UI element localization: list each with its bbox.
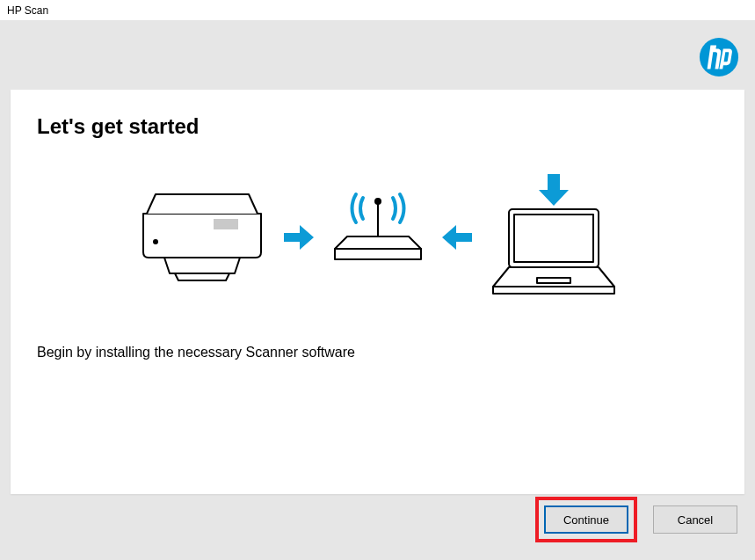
printer-icon <box>136 187 268 287</box>
arrow-left-icon <box>442 225 472 250</box>
window-title: HP Scan <box>7 4 48 17</box>
setup-illustration <box>132 174 624 301</box>
laptop-icon <box>488 174 620 301</box>
svg-rect-7 <box>514 215 593 262</box>
svg-point-4 <box>375 199 381 204</box>
instruction-text: Begin by installing the necessary Scanne… <box>37 345 718 360</box>
cancel-button[interactable]: Cancel <box>653 505 737 534</box>
svg-rect-9 <box>537 278 570 283</box>
continue-button[interactable]: Continue <box>544 505 628 534</box>
content-card: Let's get started <box>11 90 744 494</box>
hp-logo-icon <box>699 37 739 77</box>
svg-rect-1 <box>214 219 238 229</box>
svg-point-2 <box>153 239 158 244</box>
svg-rect-5 <box>335 249 421 259</box>
wifi-router-icon <box>330 187 426 287</box>
arrow-right-icon <box>284 225 314 250</box>
button-row: Continue Cancel <box>535 497 737 542</box>
page-title: Let's get started <box>37 114 718 139</box>
title-bar: HP Scan <box>0 0 755 21</box>
continue-highlight: Continue <box>535 497 637 542</box>
svg-rect-8 <box>493 287 614 294</box>
app-body: Let's get started <box>0 21 755 560</box>
